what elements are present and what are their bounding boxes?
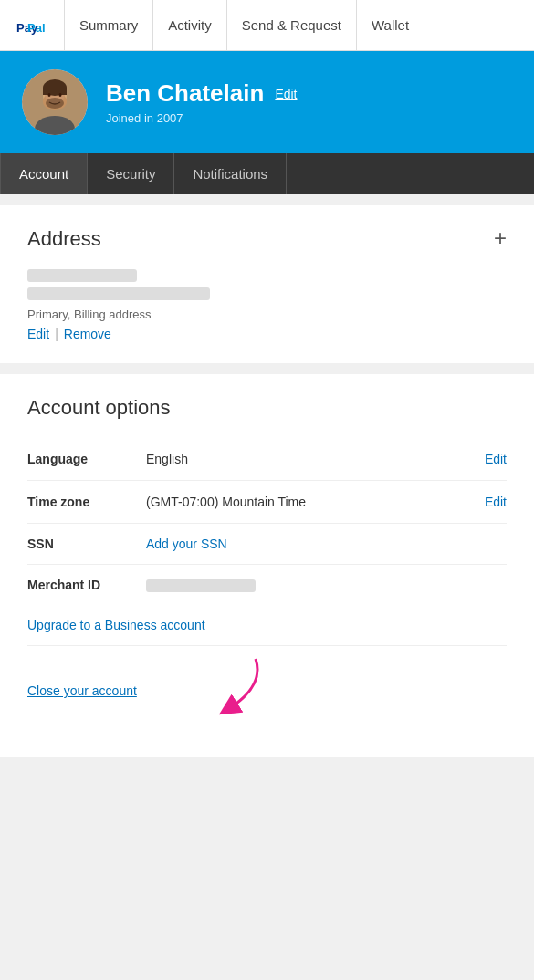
language-action-cell: Edit xyxy=(452,438,507,481)
address-label: Primary, Billing address xyxy=(27,308,507,321)
address-block xyxy=(27,269,507,300)
paypal-logo: Pay Pal xyxy=(15,8,49,43)
profile-edit-link[interactable]: Edit xyxy=(275,87,297,101)
address-remove-link[interactable]: Remove xyxy=(64,327,111,341)
nav-wallet[interactable]: Wallet xyxy=(356,0,424,50)
nav-summary[interactable]: Summary xyxy=(64,0,152,50)
address-line-2 xyxy=(27,287,210,300)
add-address-icon[interactable]: + xyxy=(494,227,507,249)
timezone-action-cell: Edit xyxy=(452,481,507,524)
profile-joined: Joined in 2007 xyxy=(106,111,298,125)
options-table: Language English Edit Time zone (GMT-07:… xyxy=(27,438,507,605)
avatar xyxy=(22,69,88,135)
svg-rect-8 xyxy=(43,88,67,95)
close-account-link[interactable]: Close your account xyxy=(27,683,137,698)
profile-name-text: Ben Chatelain xyxy=(106,79,264,108)
ssn-action-cell xyxy=(452,524,507,565)
timezone-value: (GMT-07:00) Mountain Time xyxy=(146,481,452,524)
tab-notifications[interactable]: Notifications xyxy=(174,153,287,194)
table-row-timezone: Time zone (GMT-07:00) Mountain Time Edit xyxy=(27,481,507,524)
svg-point-12 xyxy=(46,98,64,109)
nav-send-request[interactable]: Send & Request xyxy=(226,0,356,50)
merchant-id-blurred xyxy=(146,579,256,592)
svg-text:Pal: Pal xyxy=(27,21,46,35)
table-row-ssn: SSN Add your SSN xyxy=(27,524,507,565)
language-edit-link[interactable]: Edit xyxy=(485,452,507,466)
profile-info: Ben Chatelain Edit Joined in 2007 xyxy=(106,79,298,125)
address-line-1 xyxy=(27,269,137,282)
account-options-title: Account options xyxy=(27,396,171,420)
svg-point-10 xyxy=(48,93,51,97)
account-options-section: Account options Language English Edit Ti… xyxy=(0,374,534,757)
ssn-value-cell: Add your SSN xyxy=(146,524,452,565)
address-edit-link[interactable]: Edit xyxy=(27,327,49,341)
ssn-label: SSN xyxy=(27,524,146,565)
add-ssn-link[interactable]: Add your SSN xyxy=(146,537,227,551)
tab-account[interactable]: Account xyxy=(0,153,88,194)
address-title: Address xyxy=(27,227,101,251)
profile-name: Ben Chatelain Edit xyxy=(106,79,298,108)
close-account-row: Close your account xyxy=(27,646,507,735)
tab-nav: Account Security Notifications xyxy=(0,153,534,194)
upgrade-business-link[interactable]: Upgrade to a Business account xyxy=(27,605,507,646)
address-section: Address + Primary, Billing address Edit … xyxy=(0,205,534,363)
address-divider: | xyxy=(55,327,58,341)
nav-links: Summary Activity Send & Request Wallet xyxy=(64,0,519,50)
section-header-address: Address + xyxy=(27,227,507,251)
nav-activity[interactable]: Activity xyxy=(152,0,226,50)
top-nav: Pay Pal Summary Activity Send & Request … xyxy=(0,0,534,51)
language-label: Language xyxy=(27,438,146,481)
table-row-merchant-id: Merchant ID xyxy=(27,565,507,606)
section-header-options: Account options xyxy=(27,396,507,420)
merchant-id-label: Merchant ID xyxy=(27,565,146,606)
timezone-label: Time zone xyxy=(27,481,146,524)
merchant-id-action-cell xyxy=(452,565,507,606)
svg-point-11 xyxy=(59,93,62,97)
address-actions: Edit | Remove xyxy=(27,327,507,341)
tab-security[interactable]: Security xyxy=(88,153,174,194)
table-row-language: Language English Edit xyxy=(27,438,507,481)
merchant-id-value xyxy=(146,565,452,606)
language-value: English xyxy=(146,438,452,481)
arrow-annotation xyxy=(164,659,274,723)
profile-header: Ben Chatelain Edit Joined in 2007 xyxy=(0,51,534,153)
timezone-edit-link[interactable]: Edit xyxy=(485,495,507,509)
